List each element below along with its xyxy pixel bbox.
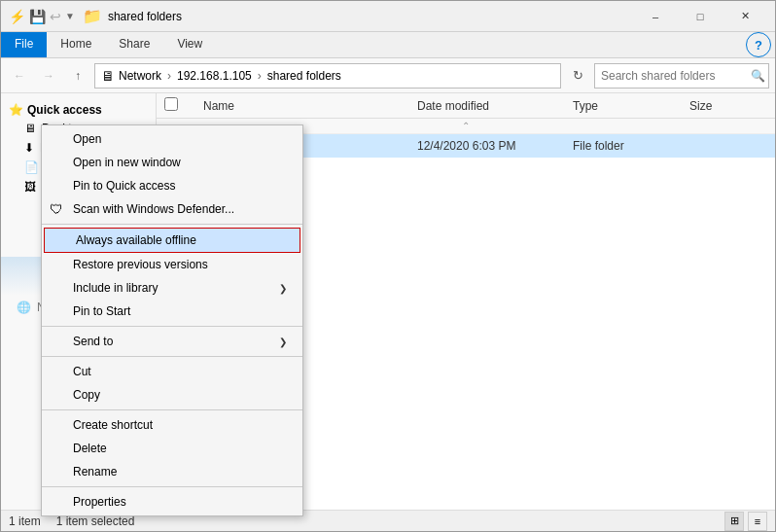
address-bar[interactable]: 🖥 Network › 192.168.1.105 › shared folde…: [94, 63, 561, 89]
file-date: 12/4/2020 6:03 PM: [417, 139, 573, 153]
ctx-include-library[interactable]: Include in library ❯: [42, 276, 302, 300]
ctx-properties[interactable]: Properties: [42, 490, 302, 514]
ribbon-tabs: File Home Share View ?: [1, 32, 775, 57]
ctx-always-offline[interactable]: Always available offline: [44, 228, 300, 253]
ctx-open[interactable]: Open: [42, 127, 302, 151]
defender-icon: 🛡: [50, 201, 63, 217]
downloads-icon: ⬇: [24, 141, 34, 155]
col-type[interactable]: Type: [573, 99, 689, 113]
back-button[interactable]: ←: [7, 63, 32, 89]
breadcrumb-network[interactable]: Network: [119, 69, 161, 83]
separator-2: [42, 326, 302, 327]
refresh-button[interactable]: ↻: [565, 63, 590, 89]
search-icon: 🔍: [751, 69, 765, 83]
window-title: shared folders: [108, 10, 633, 23]
sidebar-quick-access[interactable]: ⭐ Quick access: [1, 97, 156, 119]
list-view-button[interactable]: ⊞: [724, 512, 744, 531]
ctx-cut[interactable]: Cut: [42, 360, 302, 383]
tab-home[interactable]: Home: [47, 32, 105, 57]
ctx-open-new-window[interactable]: Open in new window: [42, 151, 302, 174]
separator-1: [42, 224, 302, 225]
breadcrumb-ip[interactable]: 192.168.1.105: [177, 69, 252, 83]
ribbon: File Home Share View ?: [1, 32, 775, 58]
network-drive-icon: 🌐: [17, 301, 31, 314]
tab-view[interactable]: View: [163, 32, 216, 57]
separator-4: [42, 409, 302, 410]
save-icon: 💾: [29, 9, 46, 24]
select-all-checkbox[interactable]: [164, 97, 178, 111]
search-input[interactable]: [601, 69, 747, 83]
title-bar-icons: ⚡ 💾 ↩ ▼: [9, 9, 75, 24]
documents-icon: 📄: [24, 160, 39, 174]
submenu-arrow-library: ❯: [279, 283, 287, 294]
pictures-icon: 🖼: [24, 180, 36, 194]
file-list-header: Name Date modified Type Size: [157, 93, 775, 119]
minimize-button[interactable]: –: [633, 1, 678, 32]
nav-bar: ← → ↑ 🖥 Network › 192.168.1.105 › shared…: [1, 58, 775, 93]
ctx-pin-start[interactable]: Pin to Start: [42, 300, 302, 323]
window-controls: – □ ✕: [633, 1, 767, 32]
col-date[interactable]: Date modified: [417, 99, 573, 113]
close-button[interactable]: ✕: [723, 1, 767, 32]
view-controls: ⊞ ≡: [724, 512, 767, 531]
quick-access-icon: ⚡: [9, 9, 25, 24]
forward-button[interactable]: →: [36, 63, 61, 89]
ctx-create-shortcut[interactable]: Create shortcut: [42, 413, 302, 437]
dropdown-icon: ▼: [65, 11, 75, 21]
details-view-button[interactable]: ≡: [748, 512, 767, 531]
ctx-delete[interactable]: Delete: [42, 437, 302, 460]
submenu-arrow-sendto: ❯: [279, 337, 287, 347]
maximize-button[interactable]: □: [678, 1, 723, 32]
window: ⚡ 💾 ↩ ▼ 📁 shared folders – □ ✕ File Home…: [0, 0, 776, 532]
help-button[interactable]: ?: [746, 32, 771, 57]
ctx-restore-versions[interactable]: Restore previous versions: [42, 253, 302, 276]
breadcrumb-folder[interactable]: shared folders: [267, 69, 341, 83]
item-count: 1 item: [9, 514, 41, 528]
up-button[interactable]: ↑: [65, 63, 90, 89]
tab-share[interactable]: Share: [105, 32, 163, 57]
ctx-rename[interactable]: Rename: [42, 460, 302, 483]
separator-3: [42, 356, 302, 357]
ctx-copy[interactable]: Copy: [42, 383, 302, 407]
ctx-send-to[interactable]: Send to ❯: [42, 330, 302, 353]
desktop-icon: 🖥: [24, 122, 36, 135]
title-bar: ⚡ 💾 ↩ ▼ 📁 shared folders – □ ✕: [1, 1, 775, 32]
undo-icon: ↩: [50, 9, 61, 24]
network-icon: 🖥: [101, 68, 115, 84]
folder-icon: 📁: [83, 7, 102, 25]
context-menu: Open Open in new window Pin to Quick acc…: [41, 124, 303, 516]
quick-access-label: Quick access: [27, 103, 102, 117]
tab-file[interactable]: File: [1, 32, 47, 57]
checkbox-header[interactable]: [164, 97, 184, 114]
ctx-pin-quick-access[interactable]: Pin to Quick access: [42, 174, 302, 197]
sort-indicator: ⌃: [462, 121, 470, 131]
search-box[interactable]: 🔍: [594, 63, 769, 89]
col-size[interactable]: Size: [689, 99, 767, 113]
separator-5: [42, 486, 302, 487]
col-name[interactable]: Name: [203, 99, 417, 113]
file-type: File folder: [573, 139, 689, 153]
ctx-scan-defender[interactable]: 🛡 Scan with Windows Defender...: [42, 197, 302, 221]
star-icon: ⭐: [9, 103, 23, 117]
